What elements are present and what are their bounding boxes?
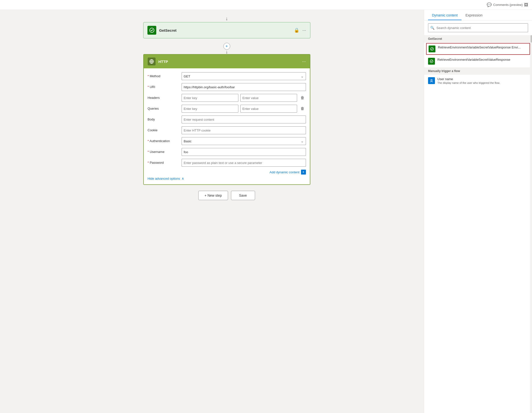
method-label: Method (148, 72, 180, 78)
new-step-button[interactable]: + New step (198, 191, 228, 200)
uri-input[interactable]: https://httpbin.org/basic-auth/foo/bar (182, 83, 306, 91)
search-icon: 🔍 (430, 26, 434, 30)
top-bar: 💬 Comments (preview) 🖼 (0, 0, 532, 10)
add-dynamic-content-link[interactable]: Add dynamic content (270, 170, 299, 174)
http-icon (148, 58, 156, 65)
save-button[interactable]: Save (231, 191, 255, 200)
dynamic-item-2[interactable]: RetrieveEnvironmentVariableSecretValueRe… (424, 55, 532, 67)
username-input[interactable]: foo (182, 148, 306, 156)
headers-delete-btn[interactable]: 🗑 (299, 94, 306, 101)
auth-chevron-down: ⌄ (301, 139, 304, 143)
item2-title: RetrieveEnvironmentVariableSecretValueRe… (437, 58, 528, 61)
cookie-row: Cookie (148, 126, 306, 134)
dynamic-item-1[interactable]: RetrieveEnvironmentVariableSecretValueRe… (426, 43, 530, 55)
arrow-connector-mid-bottom: ↓ (226, 50, 228, 54)
item1-icon (429, 45, 435, 52)
search-box: 🔍 (428, 23, 528, 32)
item2-svg (430, 59, 433, 63)
arrow-connector-top: ↓ (226, 15, 228, 22)
password-label: Password (148, 159, 180, 164)
headers-row: Headers 🗑 (148, 94, 306, 102)
item2-text: RetrieveEnvironmentVariableSecretValueRe… (437, 58, 528, 61)
comments-label[interactable]: Comments (preview) (493, 3, 523, 7)
headers-label: Headers (148, 94, 180, 100)
search-input[interactable] (436, 26, 526, 30)
bottom-actions: + New step Save (198, 191, 255, 200)
uri-label: URI (148, 83, 180, 89)
queries-delete-btn[interactable]: 🗑 (299, 105, 306, 112)
auth-select[interactable]: Basic ⌄ (182, 137, 306, 145)
http-card: HTTP ··· Method GET ⌄ URI https://httpbi… (143, 54, 310, 185)
uri-row: URI https://httpbin.org/basic-auth/foo/b… (148, 83, 306, 91)
panel-content: GetSecret RetrieveEnvironmentVariableSec… (424, 35, 532, 413)
headers-value-input[interactable] (240, 94, 297, 102)
method-row: Method GET ⌄ (148, 72, 306, 80)
more-options-icon[interactable]: ··· (302, 28, 306, 33)
queries-key-input[interactable] (182, 105, 238, 113)
cookie-input[interactable] (182, 126, 306, 134)
comments-section: 💬 Comments (preview) 🖼 (487, 2, 528, 7)
panel-search-area: 🔍 (424, 20, 532, 35)
queries-label: Queries (148, 105, 180, 110)
method-value: GET (184, 74, 190, 78)
auth-value: Basic (184, 139, 192, 143)
getsecret-svg (149, 28, 155, 33)
queries-row: Queries 🗑 (148, 105, 306, 113)
auth-row: Authentication Basic ⌄ (148, 137, 306, 145)
body-input[interactable] (182, 116, 306, 123)
item3-icon (428, 77, 435, 84)
item3-title: User name (437, 77, 528, 81)
auth-label: Authentication (148, 137, 180, 143)
body-row: Body (148, 116, 306, 123)
lock-icon[interactable]: 🔒 (294, 28, 299, 33)
getsecret-icon (147, 26, 156, 35)
item3-svg (430, 79, 433, 83)
method-select[interactable]: GET ⌄ (182, 72, 306, 80)
item1-text: RetrieveEnvironmentVariableSecretValueRe… (438, 45, 528, 49)
getsecret-actions: 🔒 ··· (294, 28, 306, 33)
cookie-label: Cookie (148, 126, 180, 132)
dynamic-item-3[interactable]: User name The display name of the user w… (424, 75, 532, 87)
queries-value-input[interactable] (240, 105, 297, 113)
item3-desc: The display name of the user who trigger… (437, 81, 528, 84)
panel-icon[interactable]: 🖼 (524, 3, 528, 7)
item1-title: RetrieveEnvironmentVariableSecretValueRe… (438, 45, 528, 49)
hide-advanced-options[interactable]: Hide advanced options ∧ (148, 177, 306, 180)
http-more-icon[interactable]: ··· (302, 59, 306, 64)
comment-icon: 💬 (487, 2, 492, 7)
tab-dynamic-content[interactable]: Dynamic content (428, 10, 461, 20)
dynamic-content-link-row: Add dynamic content + (148, 170, 306, 175)
chevron-up-icon: ∧ (182, 177, 184, 180)
getsecret-title: GetSecret (159, 28, 291, 32)
svg-point-7 (431, 79, 432, 81)
scrollbar-thumb (531, 35, 532, 43)
dynamic-content-panel: Dynamic content Expression 🔍 GetSecret (424, 10, 532, 413)
password-input[interactable] (182, 159, 306, 167)
http-card-header: HTTP ··· (144, 55, 310, 68)
svg-point-0 (150, 28, 154, 32)
headers-key-input[interactable] (182, 94, 238, 102)
body-label: Body (148, 116, 180, 121)
method-chevron-down: ⌄ (301, 74, 304, 78)
hide-advanced-label: Hide advanced options (148, 177, 180, 180)
item3-text: User name The display name of the user w… (437, 77, 528, 84)
globe-svg (149, 59, 154, 64)
tab-expression[interactable]: Expression (461, 10, 486, 20)
getsecret-card[interactable]: GetSecret 🔒 ··· (143, 22, 310, 38)
add-step-connector: + ↓ (223, 39, 230, 54)
password-row: Password (148, 159, 306, 167)
item1-svg (430, 47, 434, 51)
http-card-body: Method GET ⌄ URI https://httpbin.org/bas… (144, 68, 310, 184)
add-step-button[interactable]: + (223, 43, 230, 50)
section-manually-trigger: Manually trigger a flow (424, 67, 532, 75)
queries-inputs: 🗑 (182, 105, 306, 113)
section-getsecret: GetSecret (424, 35, 532, 43)
item2-icon (428, 58, 435, 65)
canvas: ↓ GetSecret 🔒 ··· + ↓ (0, 10, 453, 413)
panel-scrollbar[interactable] (530, 35, 532, 413)
username-label: Username (148, 148, 180, 154)
username-row: Username foo (148, 148, 306, 156)
headers-inputs: 🗑 (182, 94, 306, 102)
dynamic-content-icon[interactable]: + (301, 170, 306, 175)
panel-tabs: Dynamic content Expression (424, 10, 532, 20)
